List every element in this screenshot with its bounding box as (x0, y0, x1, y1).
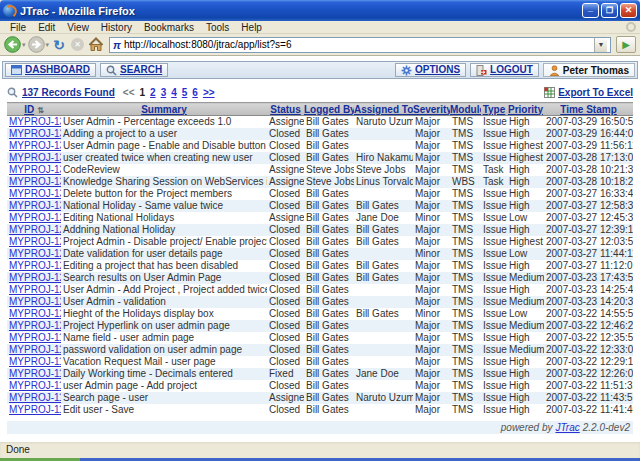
issue-link[interactable]: MYPROJ-126 (9, 248, 61, 259)
issue-link[interactable]: MYPROJ-124 (9, 272, 61, 283)
logout-button[interactable]: LOGOUT (470, 63, 539, 77)
issue-link[interactable]: MYPROJ-113 (9, 404, 61, 415)
menu-item-history[interactable]: History (95, 21, 138, 34)
issue-link[interactable]: MYPROJ-135 (9, 140, 61, 151)
issue-link[interactable]: MYPROJ-127 (9, 236, 61, 247)
column-sort-link-severity[interactable]: Severity (413, 104, 450, 115)
forward-button[interactable] (28, 36, 50, 53)
export-to-excel-link[interactable]: Export To Excel (558, 87, 633, 98)
cell-module: TMS (450, 392, 481, 404)
issue-link[interactable]: MYPROJ-115 (9, 380, 61, 391)
back-dropdown-caret[interactable] (22, 41, 26, 49)
issue-link[interactable]: MYPROJ-123 (9, 284, 61, 295)
menu-item-bookmarks[interactable]: Bookmarks (138, 21, 200, 34)
issue-link[interactable]: MYPROJ-128 (9, 224, 61, 235)
column-sort-link-status[interactable]: Status (270, 104, 301, 115)
column-sort-link-logged_by[interactable]: Logged By (304, 104, 354, 115)
records-found-link[interactable]: 137 Records Found (22, 87, 115, 98)
url-input[interactable]: http://localhost:8080/jtrac/app/list?s=6 (124, 39, 591, 50)
issue-link[interactable]: MYPROJ-122 (9, 296, 61, 307)
cell-time_stamp: 2007-03-28 10:21:37 (544, 164, 633, 176)
issue-link[interactable]: MYPROJ-130 (9, 200, 61, 211)
cell-severity: Major (413, 344, 450, 356)
jtrac-link[interactable]: JTrac (555, 422, 579, 433)
cell-type: Issue (481, 380, 507, 392)
issue-link[interactable]: MYPROJ-136 (9, 128, 61, 139)
pagination-page-3[interactable]: 3 (161, 87, 167, 98)
options-button[interactable]: OPTIONS (395, 63, 466, 77)
cell-module: TMS (450, 356, 481, 368)
menu-item-tools[interactable]: Tools (200, 21, 235, 34)
cell-severity: Major (413, 332, 450, 344)
cell-status: Closed (267, 260, 304, 272)
table-row: MYPROJ-137User Admin - Percentage exceed… (7, 116, 633, 129)
menu-item-view[interactable]: View (61, 21, 95, 34)
cell-module: TMS (450, 260, 481, 272)
menu-item-help[interactable]: Help (235, 21, 268, 34)
cell-type: Issue (481, 296, 507, 308)
menu-item-edit[interactable]: Edit (32, 21, 61, 34)
restore-button[interactable] (601, 3, 618, 18)
cell-id: MYPROJ-135 (7, 140, 61, 152)
back-button[interactable] (4, 36, 26, 53)
column-sort-link-summary[interactable]: Summary (141, 104, 187, 115)
pagination-page-4[interactable]: 4 (171, 87, 177, 98)
cell-priority: High (507, 176, 544, 188)
table-row: MYPROJ-117Vacation Request Mail - user p… (7, 356, 633, 368)
column-sort-link-time_stamp[interactable]: Time Stamp (560, 104, 617, 115)
url-dropdown-button[interactable] (594, 38, 607, 52)
cell-logged_by: Bill Gates (304, 380, 354, 392)
go-button[interactable] (616, 36, 636, 53)
column-sort-link-assigned_to[interactable]: Assigned To (354, 104, 413, 115)
cell-id: MYPROJ-125 (7, 260, 61, 272)
home-button[interactable] (88, 37, 104, 52)
column-sort-link-module[interactable]: Module (450, 104, 481, 115)
stop-button[interactable] (71, 38, 84, 51)
cell-logged_by: Bill Gates (304, 392, 354, 404)
table-row: MYPROJ-126Date validation for user detai… (7, 248, 633, 260)
column-sort-link-id[interactable]: ID (24, 104, 34, 115)
issue-link[interactable]: MYPROJ-117 (9, 356, 61, 367)
pagination-next[interactable]: >> (203, 87, 215, 98)
cell-logged_by: Bill Gates (304, 272, 354, 284)
pagination-page-6[interactable]: 6 (192, 87, 198, 98)
issue-link[interactable]: MYPROJ-129 (9, 212, 61, 223)
pagination-page-2[interactable]: 2 (150, 87, 156, 98)
issue-link[interactable]: MYPROJ-133 (9, 164, 61, 175)
reload-button[interactable] (51, 37, 67, 53)
menu-item-file[interactable]: File (4, 21, 32, 34)
forward-dropdown-caret[interactable] (46, 41, 50, 49)
table-row: MYPROJ-135User Admin page - Enable and D… (7, 140, 633, 152)
cell-severity: Major (413, 152, 450, 164)
issue-link[interactable]: MYPROJ-119 (9, 332, 61, 343)
search-button[interactable]: SEARCH (100, 63, 168, 77)
issue-link[interactable]: MYPROJ-132 (9, 176, 61, 187)
issue-link[interactable]: MYPROJ-125 (9, 260, 61, 271)
issue-link[interactable]: MYPROJ-134 (9, 152, 61, 163)
minimize-button[interactable] (582, 3, 599, 18)
cell-status: Assigned (267, 164, 304, 176)
pagination-prev[interactable]: << (123, 87, 135, 98)
cell-module: TMS (450, 128, 481, 140)
url-bar[interactable]: http://localhost:8080/jtrac/app/list?s=6 (109, 37, 611, 53)
cell-time_stamp: 2007-03-29 16:50:53 (544, 116, 633, 129)
sort-direction-icon[interactable] (37, 106, 44, 115)
issue-link[interactable]: MYPROJ-116 (9, 368, 61, 379)
issue-link[interactable]: MYPROJ-137 (9, 116, 61, 127)
issue-link[interactable]: MYPROJ-118 (9, 344, 61, 355)
issue-link[interactable]: MYPROJ-131 (9, 188, 61, 199)
cell-severity: Major (413, 188, 450, 200)
column-sort-link-priority[interactable]: Priority (508, 104, 543, 115)
cell-assigned_to (354, 356, 413, 368)
pagination-page-5[interactable]: 5 (182, 87, 188, 98)
issue-link[interactable]: MYPROJ-114 (9, 392, 61, 403)
cell-id: MYPROJ-123 (7, 284, 61, 296)
dashboard-button[interactable]: DASHBOARD (5, 63, 96, 77)
cell-assigned_to: Bill Gates (354, 200, 413, 212)
cell-status: Closed (267, 320, 304, 332)
close-button[interactable] (620, 3, 637, 18)
issue-link[interactable]: MYPROJ-120 (9, 320, 61, 331)
issue-link[interactable]: MYPROJ-121 (9, 308, 61, 319)
cell-summary: Date validation for user details page (61, 248, 267, 260)
column-sort-link-type[interactable]: Type (483, 104, 506, 115)
